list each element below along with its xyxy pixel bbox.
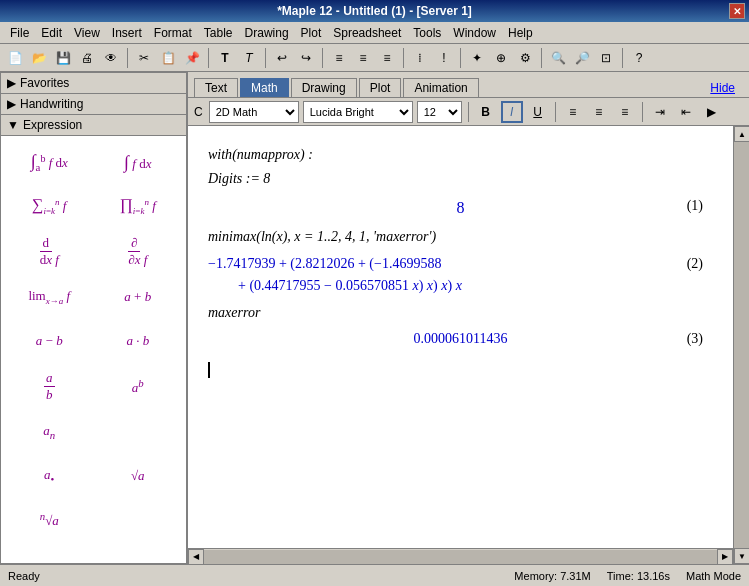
v-scroll-track[interactable] <box>734 142 749 548</box>
format-bar: C 2D Math Lucida Bright 12 B I U ≡ ≡ ≡ ⇥… <box>188 98 749 126</box>
zoom-out-button[interactable]: 🔎 <box>571 47 593 69</box>
align-center-button[interactable]: ≡ <box>352 47 374 69</box>
scroll-left-button[interactable]: ◀ <box>188 549 204 565</box>
expr-product[interactable]: ∏i=kn f <box>96 186 181 226</box>
help-toolbar-button[interactable]: ? <box>628 47 650 69</box>
settings-button[interactable]: ⚙ <box>514 47 536 69</box>
menu-view[interactable]: View <box>68 24 106 42</box>
menu-edit[interactable]: Edit <box>35 24 68 42</box>
expr-power[interactable]: ab <box>96 365 181 408</box>
expr-sum[interactable]: ∑i=kn f <box>7 186 92 226</box>
exclaim-button[interactable]: ! <box>433 47 455 69</box>
output-2-line2: + (0.44717955 − 0.056570851 x) x) x) x <box>238 278 462 293</box>
input-3: minimax(ln(x), x = 1..2, 4, 1, 'maxerror… <box>208 229 436 244</box>
tab-drawing[interactable]: Drawing <box>291 78 357 97</box>
expr-integral-2[interactable]: ∫ f dx <box>96 142 181 182</box>
menu-format[interactable]: Format <box>148 24 198 42</box>
tab-math[interactable]: Math <box>240 78 289 97</box>
expr-sqrt[interactable]: √a <box>96 456 181 496</box>
expr-limit[interactable]: limx→a f <box>7 277 92 317</box>
expr-integral-1[interactable]: ∫ab f dx <box>7 142 92 182</box>
tab-animation[interactable]: Animation <box>403 78 478 97</box>
expr-fraction[interactable]: ab <box>7 365 92 408</box>
menu-file[interactable]: File <box>4 24 35 42</box>
underline-button[interactable]: U <box>527 101 549 123</box>
menu-drawing[interactable]: Drawing <box>239 24 295 42</box>
scroll-up-button[interactable]: ▲ <box>734 126 749 142</box>
preview-button[interactable]: 👁 <box>100 47 122 69</box>
format-sep-3 <box>642 102 643 122</box>
math-mode-button[interactable]: T <box>238 47 260 69</box>
redo-button[interactable]: ↪ <box>295 47 317 69</box>
menu-insert[interactable]: Insert <box>106 24 148 42</box>
style-select[interactable]: 2D Math <box>209 101 299 123</box>
expr-placeholder[interactable] <box>96 412 181 452</box>
main-area: ▶ Favorites ▶ Handwriting ▼ Expression ∫… <box>0 72 749 564</box>
text-mode-button[interactable]: T <box>214 47 236 69</box>
menu-table[interactable]: Table <box>198 24 239 42</box>
expr-multiply[interactable]: a · b <box>96 321 181 361</box>
font-select[interactable]: Lucida Bright <box>303 101 413 123</box>
scroll-right-button[interactable]: ▶ <box>717 549 733 565</box>
horizontal-scrollbar[interactable]: ◀ ▶ <box>188 548 733 564</box>
tab-text[interactable]: Text <box>194 78 238 97</box>
close-button[interactable]: ✕ <box>729 3 745 19</box>
size-select[interactable]: 12 <box>417 101 462 123</box>
status-info: Memory: 7.31M Time: 13.16s Math Mode <box>514 570 741 582</box>
doc-area[interactable]: with(numapprox) : Digits := 8 8 <box>188 126 733 548</box>
zoom-in-button[interactable]: 🔍 <box>547 47 569 69</box>
left-panel: ▶ Favorites ▶ Handwriting ▼ Expression ∫… <box>0 72 188 564</box>
expr-more[interactable] <box>96 500 181 540</box>
undo-button[interactable]: ↩ <box>271 47 293 69</box>
new-button[interactable]: 📄 <box>4 47 26 69</box>
italic-button[interactable]: I <box>501 101 523 123</box>
favorites-header[interactable]: ▶ Favorites <box>0 72 187 94</box>
print-button[interactable]: 🖨 <box>76 47 98 69</box>
expression-arrow: ▼ <box>7 118 19 132</box>
vertical-scrollbar[interactable]: ▲ ▼ <box>733 126 749 564</box>
toolbar-separator-8 <box>622 48 623 68</box>
open-button[interactable]: 📂 <box>28 47 50 69</box>
menu-tools[interactable]: Tools <box>407 24 447 42</box>
expand-right-button[interactable]: ▶ <box>701 101 723 123</box>
menu-window[interactable]: Window <box>447 24 502 42</box>
cut-button[interactable]: ✂ <box>133 47 155 69</box>
expr-nth-root[interactable]: n√a <box>7 500 92 540</box>
paste-button[interactable]: 📌 <box>181 47 203 69</box>
expression-header[interactable]: ▼ Expression <box>0 115 187 136</box>
line-1: with(numapprox) : <box>208 144 713 166</box>
zoom-fit-button[interactable]: ⊡ <box>595 47 617 69</box>
expr-sum-expr[interactable]: a + b <box>96 277 181 317</box>
toolbar-separator-5 <box>403 48 404 68</box>
deindent-button[interactable]: ⇤ <box>675 101 697 123</box>
align-right-fmt-button[interactable]: ≡ <box>614 101 636 123</box>
bullet-button[interactable]: ⁞ <box>409 47 431 69</box>
title-text: *Maple 12 - Untitled (1) - [Server 1] <box>277 4 472 18</box>
tab-plot[interactable]: Plot <box>359 78 402 97</box>
align-right-button[interactable]: ≡ <box>376 47 398 69</box>
expr-subscript[interactable]: an <box>7 412 92 452</box>
save-button[interactable]: 💾 <box>52 47 74 69</box>
expression-panel[interactable]: ∫ab f dx ∫ f dx ∑i=kn f ∏i=kn f <box>0 136 187 564</box>
expr-deriv-1[interactable]: ddx f <box>7 230 92 273</box>
status-mode: Math Mode <box>686 570 741 582</box>
menu-plot[interactable]: Plot <box>295 24 328 42</box>
expr-subtract[interactable]: a − b <box>7 321 92 361</box>
copy-button[interactable]: 📋 <box>157 47 179 69</box>
asterisk-button[interactable]: ⊕ <box>490 47 512 69</box>
indent-button[interactable]: ⇥ <box>649 101 671 123</box>
align-left-fmt-button[interactable]: ≡ <box>562 101 584 123</box>
star-button[interactable]: ✦ <box>466 47 488 69</box>
hide-button[interactable]: Hide <box>702 79 743 97</box>
align-left-button[interactable]: ≡ <box>328 47 350 69</box>
handwriting-header[interactable]: ▶ Handwriting <box>0 94 187 115</box>
expr-subscript-dot[interactable]: a• <box>7 456 92 496</box>
align-center-fmt-button[interactable]: ≡ <box>588 101 610 123</box>
menu-help[interactable]: Help <box>502 24 539 42</box>
expr-deriv-2[interactable]: ∂∂x f <box>96 230 181 273</box>
scroll-down-button[interactable]: ▼ <box>734 548 749 564</box>
menu-spreadsheet[interactable]: Spreadsheet <box>327 24 407 42</box>
h-scroll-track[interactable] <box>204 550 717 564</box>
bold-button[interactable]: B <box>475 101 497 123</box>
output-3-value: 0.000061011436 <box>414 331 508 346</box>
